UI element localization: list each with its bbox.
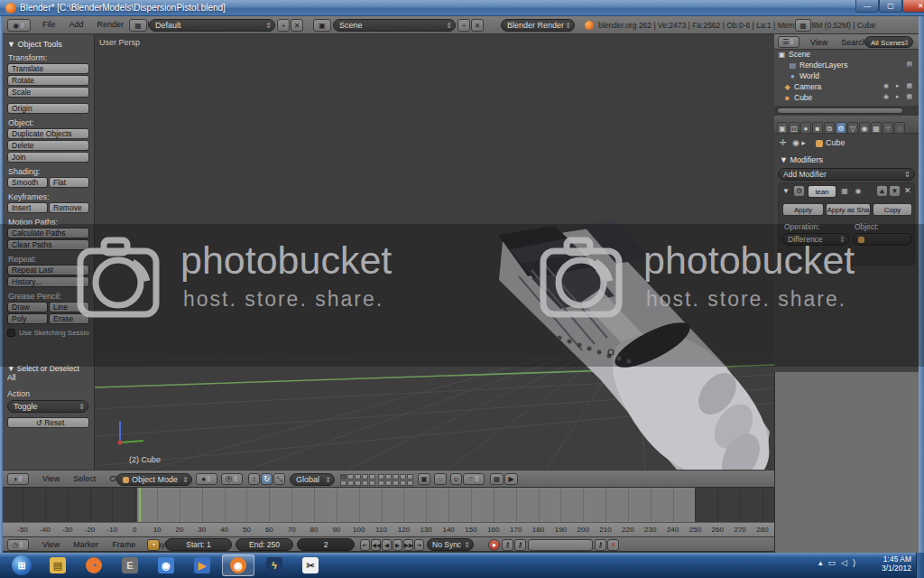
- tab-render-icon[interactable]: ▣: [777, 122, 788, 134]
- layer-cell[interactable]: [369, 474, 375, 480]
- tab-material-icon[interactable]: ◉: [859, 122, 870, 134]
- render-engine-select[interactable]: Blender Render⇕: [501, 19, 575, 32]
- apply-as-shape-button[interactable]: Apply as Sha: [826, 203, 871, 216]
- next-keyframe-button[interactable]: ▶▶: [403, 539, 413, 551]
- sketching-sessions-row[interactable]: Use Sketching Sessio: [7, 329, 89, 337]
- menu-view[interactable]: View: [810, 38, 827, 47]
- play-reverse-button[interactable]: ◀: [382, 539, 392, 551]
- frame-start-field[interactable]: Start: 1: [165, 538, 232, 551]
- tab-object-icon[interactable]: ■: [812, 122, 823, 134]
- network-icon[interactable]: ▭: [828, 558, 842, 567]
- editor-type-outliner-icon[interactable]: ☰⇕: [778, 36, 799, 48]
- tool-button-history[interactable]: History...: [7, 276, 89, 287]
- tool-button-delete[interactable]: Delete: [7, 140, 89, 151]
- copy-button[interactable]: Copy: [873, 203, 912, 216]
- outliner-row-scene[interactable]: ▣Scene: [774, 50, 919, 61]
- tab-particles-icon[interactable]: ⁘: [882, 122, 893, 134]
- blender[interactable]: ◉: [222, 555, 254, 576]
- snap-element-select[interactable]: ⁘⇕: [463, 473, 485, 485]
- action-toggle-select[interactable]: Toggle⇕: [7, 400, 88, 413]
- mode-select[interactable]: Object Mode⇕: [116, 473, 192, 486]
- tool-button-poly[interactable]: Poly: [7, 313, 48, 324]
- tab-physics-icon[interactable]: ◌: [894, 122, 905, 134]
- tool-button-duplicateobjects[interactable]: Duplicate Objects: [7, 128, 89, 139]
- preview-range-clock-icon[interactable]: ◔: [147, 539, 160, 551]
- layer-cell[interactable]: [340, 480, 346, 486]
- speaker-icon[interactable]: ◁): [841, 558, 861, 567]
- tool-button-erase[interactable]: Erase: [49, 313, 89, 324]
- tool-button-repeatlast[interactable]: Repeat Last: [7, 265, 89, 275]
- delete-scene-button[interactable]: ✕: [471, 19, 484, 32]
- layer-cell[interactable]: [385, 480, 392, 486]
- tool-button-draw[interactable]: Draw: [7, 302, 48, 312]
- tab-scene-icon[interactable]: ◫: [789, 122, 799, 134]
- system-clock[interactable]: 1:45 AM 3/1/2012: [882, 555, 911, 576]
- record-autokey-icon[interactable]: ●: [488, 539, 500, 551]
- tool-button-scale[interactable]: Scale: [7, 87, 89, 98]
- tool-button-origin[interactable]: Origin: [7, 103, 89, 114]
- tab-world-icon[interactable]: ●: [800, 122, 811, 134]
- outliner-restriction-icons[interactable]: ◉ ▸ ▦: [883, 82, 915, 89]
- add-layout-button[interactable]: +: [277, 19, 290, 32]
- menu-render[interactable]: Render: [97, 20, 125, 29]
- layer-cell[interactable]: [347, 474, 354, 480]
- layers-grid-2[interactable]: [378, 474, 413, 486]
- lock-to-scene-icon[interactable]: ▣: [418, 473, 430, 485]
- manipulator-rotate-toggle[interactable]: ↻: [261, 473, 273, 485]
- add-modifier-select[interactable]: Add Modifier⇕: [778, 168, 915, 181]
- manipulator-scale-toggle[interactable]: ⤡: [273, 473, 285, 485]
- add-scene-button[interactable]: +: [457, 19, 470, 32]
- start-button[interactable]: ⊞: [5, 555, 38, 576]
- explorer[interactable]: ▤: [42, 555, 74, 576]
- autokey-mode-icon[interactable]: ⚷: [502, 539, 513, 551]
- layer-cell[interactable]: [362, 480, 368, 486]
- timeline-ruler[interactable]: -50-40-30-20-100102030405060708090100110…: [3, 522, 774, 536]
- modifiers-panel-title[interactable]: ▼ Modifiers: [780, 155, 823, 164]
- tool-button-clearpaths[interactable]: Clear Paths: [7, 239, 89, 250]
- layers-grid-1[interactable]: [340, 474, 375, 486]
- layer-cell[interactable]: [378, 480, 384, 486]
- window-titlebar[interactable]: Blender* [C:\BlenderModels\DispersionPis…: [0, 0, 924, 16]
- frame-end-field[interactable]: End: 250: [236, 538, 293, 551]
- tool-button-smooth[interactable]: Smooth: [7, 177, 48, 188]
- show-desktop-button[interactable]: [916, 553, 924, 578]
- outliner-scrollbar-thumb[interactable]: [777, 107, 903, 114]
- layer-cell[interactable]: [393, 474, 399, 480]
- editor-type-3dview-icon[interactable]: ◑⇕: [7, 473, 29, 485]
- tool-button-insert[interactable]: Insert: [7, 202, 48, 213]
- menu-select[interactable]: Select: [73, 474, 96, 483]
- outliner-restriction-icons[interactable]: ▤: [906, 61, 915, 68]
- outliner-row-renderlayers[interactable]: ▤RenderLayers▤: [774, 61, 919, 71]
- timeline-playhead[interactable]: [139, 488, 141, 522]
- play-button[interactable]: ▶: [393, 539, 402, 551]
- sync-mode-select[interactable]: No Sync⇕: [427, 538, 474, 551]
- close-button[interactable]: ✕: [902, 0, 924, 13]
- outliner-row-camera[interactable]: ◆Camera◉ ▸ ▦: [774, 82, 919, 93]
- modifier-move-up-button[interactable]: ▲: [876, 185, 888, 197]
- operation-select[interactable]: Difference⇕: [782, 233, 849, 246]
- reset-button[interactable]: ↺ Reset: [7, 417, 89, 428]
- daemon-tools[interactable]: ϟ: [258, 555, 291, 576]
- menu-add[interactable]: Add: [69, 20, 84, 29]
- jump-to-end-button[interactable]: ⇥: [414, 539, 424, 551]
- layer-cell[interactable]: [362, 474, 368, 480]
- layer-cell[interactable]: [385, 474, 392, 480]
- snap-magnet-icon[interactable]: ∪: [450, 473, 462, 485]
- outliner-row-world[interactable]: ●World: [774, 71, 919, 82]
- outliner-scrollbar[interactable]: [774, 106, 919, 116]
- tray-icons[interactable]: ▴▭◁): [818, 558, 861, 567]
- menu-file[interactable]: File: [42, 20, 56, 29]
- select-deselect-panel-title[interactable]: ▼ Select or Deselect All: [7, 364, 89, 382]
- screen-layout-icon[interactable]: ▦: [129, 19, 147, 32]
- outliner-filter-select[interactable]: All Scenes⇕: [864, 36, 913, 48]
- menu-view[interactable]: View: [42, 540, 60, 549]
- layer-cell[interactable]: [407, 480, 413, 486]
- apply-button[interactable]: Apply: [782, 203, 824, 216]
- pivot-point-select[interactable]: ⦿⇕: [221, 473, 243, 485]
- media-player[interactable]: ▶: [186, 555, 218, 576]
- modifier-expand-icon[interactable]: ▼: [782, 187, 790, 195]
- outliner-row-cube[interactable]: ■Cube◉ ▸ ▦: [774, 93, 919, 104]
- object-target-field[interactable]: [853, 233, 912, 246]
- tab-modifiers-icon[interactable]: ⚙: [836, 122, 846, 134]
- layer-cell[interactable]: [407, 474, 413, 480]
